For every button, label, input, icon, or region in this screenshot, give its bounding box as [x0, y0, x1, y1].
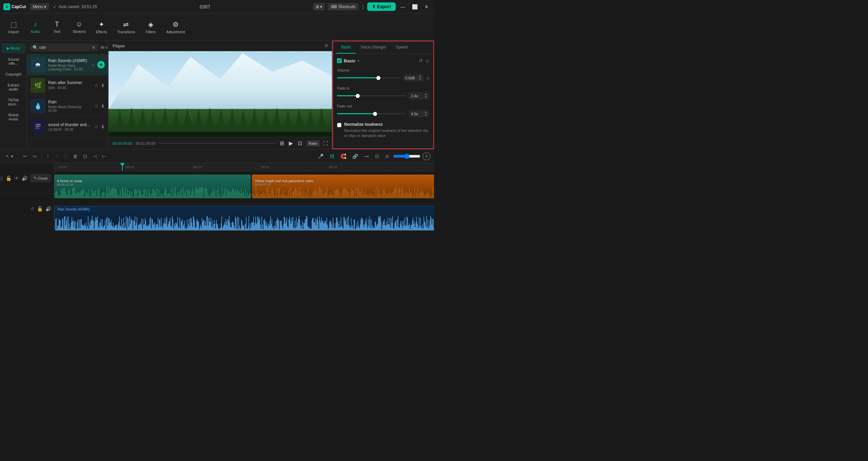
sidebar-item-copyright[interactable]: Copyright — [1, 69, 25, 79]
volume-stepper[interactable]: ▲ ▼ — [419, 75, 421, 81]
undo-button[interactable]: ↩ — [21, 152, 29, 160]
crop-button[interactable]: ⊡ — [297, 139, 303, 147]
zoom-out-button[interactable]: ⊖ — [383, 152, 391, 160]
fade-in-stepper[interactable]: ▲ ▼ — [425, 93, 427, 99]
add-audio-button[interactable]: + — [97, 61, 105, 68]
close-button[interactable]: ✕ — [422, 3, 431, 10]
fade-in-down[interactable]: ▼ — [425, 96, 427, 99]
link-button[interactable]: ⛓ — [328, 152, 336, 160]
fade-out-up[interactable]: ▲ — [425, 111, 427, 114]
tool-effects[interactable]: ✦ Effects — [91, 18, 112, 37]
add-track-button[interactable]: + — [422, 152, 431, 160]
tool-filters[interactable]: ◈ Filters — [141, 18, 161, 37]
fade-out-thumb[interactable] — [373, 112, 377, 116]
zoom-slider[interactable] — [393, 154, 420, 159]
fade-in-up[interactable]: ▲ — [425, 93, 427, 96]
audio-item[interactable]: 🌧 Rain Sounds (ASMR) Noble Music Easy Li… — [27, 55, 108, 75]
fade-out-slider[interactable] — [337, 113, 406, 114]
track-lock-button[interactable]: 🔓 — [6, 176, 12, 181]
export-button[interactable]: ⬆ Export — [367, 2, 396, 11]
favorite-button[interactable]: ☆ — [91, 62, 95, 67]
ratio-button[interactable]: Ratio — [306, 140, 320, 146]
split-audio-button[interactable]: ⟊ — [44, 152, 51, 160]
tool-text[interactable]: T Text — [47, 18, 67, 36]
audio-link-button[interactable]: 🔗 — [350, 152, 360, 160]
filter-button[interactable]: All ≡ — [100, 45, 108, 49]
tool-import[interactable]: ⬚ Import — [3, 18, 24, 37]
fade-in-slider[interactable] — [337, 95, 406, 96]
favorite-button[interactable]: ☆ — [94, 124, 99, 129]
audio-lock-button[interactable]: 🔓 — [37, 206, 43, 212]
redo-button[interactable]: ↪ — [31, 152, 39, 160]
basic-section: Basic ▾ ↺ ◇ Volume — [337, 58, 429, 139]
search-input[interactable] — [39, 45, 90, 50]
play-button[interactable]: ▶ — [288, 139, 294, 147]
download-button[interactable]: ⬇ — [101, 83, 105, 88]
download-button[interactable]: ⬇ — [101, 103, 105, 109]
audio-volume-button[interactable]: 🔊 — [45, 206, 51, 212]
audio-item[interactable]: ⛈ sound of thunder and rain(1298355) LD … — [27, 117, 108, 137]
caption-button[interactable]: ⊟ — [373, 152, 381, 160]
volume-slider[interactable] — [337, 77, 400, 78]
minimize-button[interactable]: — — [398, 3, 407, 10]
volume-thumb[interactable] — [376, 76, 380, 80]
diamond-button[interactable]: ◇ — [426, 58, 429, 63]
player-menu-button[interactable]: ≡ — [325, 43, 328, 49]
delete-button[interactable]: 🗑 — [71, 152, 80, 160]
right-panel-content: Basic ▾ ↺ ◇ Volume — [333, 54, 433, 148]
audio-item[interactable]: 🌿 Rain after Summer 羽钟 · 05:45 ☆ ⬇ — [27, 75, 108, 96]
grid-view-button[interactable]: ⊞ — [279, 139, 285, 147]
menu-button[interactable]: Menu ▾ — [30, 3, 49, 10]
sidebar-item-music[interactable]: ▶ Music — [1, 43, 25, 53]
freeze-button[interactable]: ⊡ — [81, 152, 89, 160]
download-button[interactable]: ⬇ — [101, 124, 105, 129]
shortcuts-button[interactable]: ⌨ Shortcuts — [328, 3, 359, 11]
fullscreen-button[interactable]: ⛶ — [323, 141, 328, 146]
volume-keyframe-button[interactable]: ◇ — [426, 76, 429, 80]
favorite-button[interactable]: ☆ — [94, 83, 99, 88]
sidebar-item-tiktok[interactable]: TikTok soun... — [1, 95, 25, 109]
tab-basic[interactable]: Basic — [336, 41, 356, 54]
volume-down[interactable]: ▼ — [419, 78, 421, 81]
reset-button[interactable]: ↺ — [419, 58, 423, 63]
clip-start-button[interactable]: ⊣ — [91, 152, 99, 160]
normalize-checkbox[interactable] — [337, 123, 341, 127]
favorite-button[interactable]: ☆ — [94, 103, 99, 109]
split-both-button[interactable]: ⟌ — [63, 152, 70, 160]
maximize-button[interactable]: ⬜ — [410, 3, 420, 10]
fade-out-down[interactable]: ▼ — [425, 114, 427, 117]
audio-clip[interactable]: Rain Sounds (ASMR) — [54, 206, 434, 230]
mic-button[interactable]: 🎤 — [316, 152, 326, 160]
player-viewport — [108, 51, 332, 137]
volume-up[interactable]: ▲ — [419, 75, 421, 78]
progress-bar[interactable] — [159, 143, 276, 144]
basic-checkbox[interactable] — [337, 58, 342, 63]
fade-in-thumb[interactable] — [356, 94, 360, 98]
tab-voice-changer[interactable]: Voice changer — [356, 41, 391, 54]
magnetic-button[interactable]: 🧲 — [338, 152, 348, 160]
layout-button[interactable]: ⊞ ▾ — [313, 3, 325, 11]
tool-audio[interactable]: ♪ Audio — [25, 18, 45, 36]
tab-speed[interactable]: Speed — [391, 41, 412, 54]
select-tool-button[interactable]: ↖ ▾ — [3, 152, 15, 160]
tool-adjustment[interactable]: ⚙ Adjustment — [162, 18, 189, 37]
center-button[interactable]: ⊶ — [362, 152, 371, 160]
clip-end-button[interactable]: ⊢ — [100, 152, 108, 160]
video-clip[interactable]: A forest on snow 00:00:11:18 — [54, 175, 251, 198]
audio-title: Rain Sounds (ASMR) — [48, 58, 88, 63]
fade-out-stepper[interactable]: ▲ ▼ — [425, 111, 427, 117]
sidebar-item-brand-music[interactable]: Brand music — [1, 110, 25, 124]
audio-loop-button[interactable]: ↺ — [30, 206, 34, 212]
tool-stickers[interactable]: ☺ Stickers — [68, 18, 90, 36]
track-visibility-button[interactable]: 👁 — [14, 176, 19, 181]
split-video-button[interactable]: ⟋ — [53, 152, 61, 160]
tool-transitions[interactable]: ⇌ Transitions — [113, 18, 139, 37]
track-audio-button[interactable]: 🔊 — [22, 176, 27, 181]
video-clip[interactable]: Yellow maple leaf real panoramic video 0… — [252, 175, 434, 198]
clear-search-button[interactable]: ✕ — [92, 45, 96, 50]
audio-item[interactable]: 💧 Rain Noble Music Relaxing · 01:00 ☆ ⬇ — [27, 96, 108, 117]
sidebar-item-extract-audio[interactable]: Extract audio — [1, 80, 25, 94]
cover-button[interactable]: ✎ Cover — [30, 174, 51, 182]
track-expand-button[interactable]: ⊡ — [0, 176, 3, 181]
sidebar-item-sound-effects[interactable]: Sound effe... — [1, 55, 25, 68]
